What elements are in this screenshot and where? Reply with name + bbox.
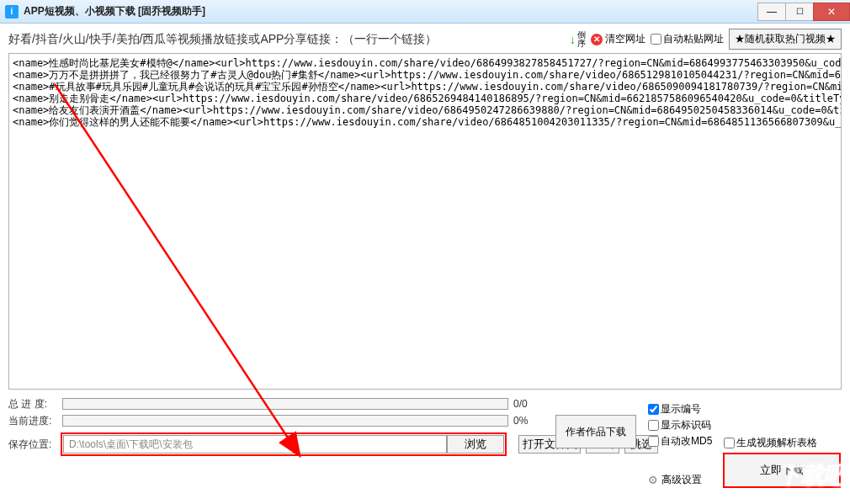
author-works-wrap: 作者作品下载 xyxy=(555,415,636,448)
bottom-panel: 总 进 度: 0/0 当前进度: 0% 保存位置: 浏览 打开文件夹 生成 挑选 xyxy=(0,392,850,459)
top-toolbar: 好看/抖音/火山/快手/美拍/西瓜等视频播放链接或APP分享链接：（一行一个链接… xyxy=(0,24,850,53)
current-progress-bar xyxy=(62,415,508,427)
current-progress-text: 0% xyxy=(513,415,547,427)
auto-paste-label: 自动粘贴网址 xyxy=(663,32,724,46)
save-location-label: 保存位置: xyxy=(8,438,57,452)
total-progress-text: 0/0 xyxy=(513,398,547,410)
input-instructions-label: 好看/抖音/火山/快手/美拍/西瓜等视频播放链接或APP分享链接：（一行一个链接… xyxy=(8,32,565,47)
author-works-button-main[interactable]: 作者作品下载 xyxy=(555,415,636,448)
title-bar: i APP短视频、小视频下载 [固乔视频助手] — ☐ ✕ xyxy=(0,0,850,24)
browse-button[interactable]: 浏览 xyxy=(447,435,504,454)
maximize-button[interactable]: ☐ xyxy=(785,3,814,21)
auto-md5-label: 自动改MD5 xyxy=(661,434,712,448)
sort-text-1: 倒 xyxy=(577,31,586,40)
auto-paste-checkbox-wrap[interactable]: 自动粘贴网址 xyxy=(651,32,724,46)
arrow-down-icon: ↓ xyxy=(570,33,576,46)
current-progress-label: 当前进度: xyxy=(8,414,57,428)
reverse-sort-button[interactable]: ↓ 倒 序 xyxy=(570,31,586,48)
window-title: APP短视频、小视频下载 [固乔视频助手] xyxy=(24,4,205,19)
minimize-button[interactable]: — xyxy=(757,3,786,21)
save-path-input[interactable] xyxy=(63,435,447,454)
clear-label: 清空网址 xyxy=(605,32,645,46)
download-column: 生成视频解析表格 立即下载 xyxy=(724,436,840,487)
show-id-checkbox[interactable] xyxy=(648,404,659,415)
auto-md5-checkbox[interactable] xyxy=(648,436,659,447)
advanced-settings-label: 高级设置 xyxy=(661,473,702,487)
total-progress-bar xyxy=(62,398,508,410)
show-marker-checkbox[interactable] xyxy=(648,420,659,431)
random-hot-button[interactable]: ★随机获取热门视频★ xyxy=(729,29,842,50)
sort-text-2: 序 xyxy=(577,40,586,48)
show-marker-checkbox-wrap[interactable]: 显示标识码 xyxy=(648,418,712,432)
gen-parse-table-checkbox[interactable] xyxy=(724,438,735,448)
current-progress-row: 当前进度: 0% xyxy=(8,412,842,429)
app-icon: i xyxy=(5,5,19,19)
download-now-button[interactable]: 立即下载 xyxy=(724,454,840,487)
advanced-settings-link[interactable]: ⚙ 高级设置 xyxy=(648,473,702,487)
clear-urls-button[interactable]: ✕ 清空网址 xyxy=(591,32,645,46)
clear-icon: ✕ xyxy=(591,34,603,45)
gen-parse-table-label: 生成视频解析表格 xyxy=(736,436,817,450)
gen-parse-table-checkbox-wrap[interactable]: 生成视频解析表格 xyxy=(724,436,840,450)
show-id-checkbox-wrap[interactable]: 显示编号 xyxy=(648,402,712,416)
total-progress-row: 总 进 度: 0/0 xyxy=(8,395,842,412)
window-controls: — ☐ ✕ xyxy=(758,3,850,21)
watermark-url: www.xiazaiba.com xyxy=(778,491,847,501)
save-row: 保存位置: 浏览 打开文件夹 生成 挑选 xyxy=(8,434,842,454)
gear-icon: ⚙ xyxy=(648,474,658,486)
auto-md5-checkbox-wrap[interactable]: 自动改MD5 xyxy=(648,434,712,448)
total-progress-label: 总 进 度: xyxy=(8,397,57,411)
show-marker-label: 显示标识码 xyxy=(661,418,711,432)
close-button[interactable]: ✕ xyxy=(813,3,850,21)
checkbox-column: 显示编号 显示标识码 自动改MD5 xyxy=(648,402,712,448)
url-list-textarea[interactable]: <name>性感时尚比基尼美女#模特@</name><url>https://w… xyxy=(8,53,842,390)
show-id-label: 显示编号 xyxy=(661,402,701,416)
auto-paste-checkbox[interactable] xyxy=(651,34,661,45)
save-highlight-box: 浏览 xyxy=(62,434,505,454)
